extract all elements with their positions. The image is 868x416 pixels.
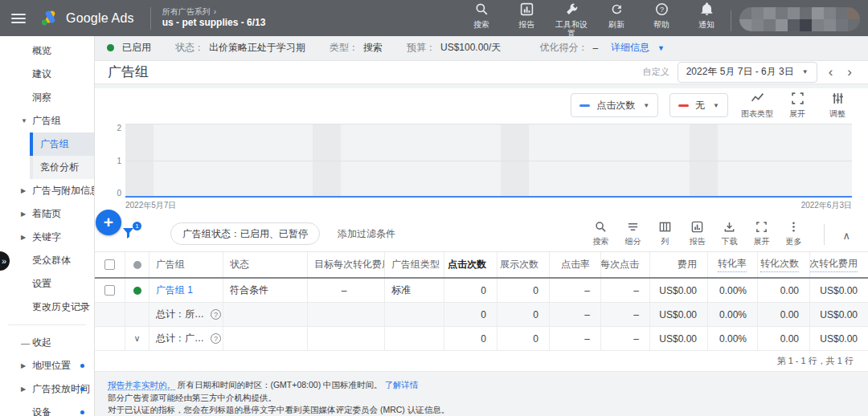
- table-tool-下载[interactable]: 下载: [714, 221, 743, 247]
- topbar-bell-button[interactable]: 通知: [687, 0, 726, 29]
- column-header-ctr[interactable]: 点击率: [550, 252, 601, 277]
- sidebar-item-广告组[interactable]: 广告组: [30, 133, 94, 156]
- date-next-button[interactable]: ›: [844, 64, 855, 80]
- chevron-down-icon: ▼: [21, 117, 27, 124]
- adgroup-link[interactable]: 广告组 1: [156, 283, 193, 297]
- left-sidebar: 概览建议洞察▼广告组广告组竞价分析▶广告与附加信息▶着陆页▶关键字受众群体设置更…: [0, 36, 95, 416]
- avg_cpc-cell: –: [601, 327, 650, 350]
- help-icon[interactable]: ?: [211, 333, 221, 344]
- sidebar-item-关键字[interactable]: ▶关键字: [0, 226, 94, 249]
- cost-cell: US$0.00: [650, 327, 708, 350]
- chart-tool-图表类型[interactable]: 图表类型: [739, 92, 775, 120]
- topbar-refresh-button[interactable]: 刷新: [597, 0, 636, 29]
- learn-more-link[interactable]: 了解详情: [385, 380, 419, 389]
- sidebar-item-建议[interactable]: 建议: [0, 63, 94, 86]
- breadcrumb-all-campaigns[interactable]: 所有广告系列 ›: [162, 7, 266, 18]
- chart-tool-调整[interactable]: 调整: [820, 92, 855, 120]
- topbar-divider: [731, 10, 731, 31]
- expand-icon: [755, 221, 768, 235]
- topbar-search-button[interactable]: 搜索: [462, 0, 501, 29]
- table-tool-搜索[interactable]: 搜索: [586, 221, 615, 247]
- sidebar-item-收起[interactable]: —收起: [0, 331, 94, 354]
- column-header-avg_cpc[interactable]: 平均每次点击: [601, 252, 650, 277]
- status-dot-header-cell: [125, 252, 149, 277]
- chart-metric2-dropdown[interactable]: 无 ▼: [669, 93, 728, 117]
- date-prev-button[interactable]: ‹: [825, 64, 837, 80]
- topbar-help-button[interactable]: ?帮助: [642, 0, 681, 29]
- empty-cell: [95, 327, 125, 350]
- column-header-target[interactable]: 目标每次转化费用: [308, 252, 385, 277]
- add-adgroup-fab-button[interactable]: +: [96, 210, 121, 235]
- sidebar-item-更改历史记录[interactable]: 更改历史记录: [0, 296, 94, 319]
- status-dot-icon: [133, 261, 141, 269]
- top-app-bar: Google Ads 所有广告系列 › us - pet supplies - …: [0, 0, 868, 36]
- help-icon[interactable]: ?: [211, 309, 221, 320]
- topbar-report-button[interactable]: 报告: [507, 0, 546, 29]
- column-header-conversions[interactable]: 转化次数: [758, 252, 810, 277]
- column-header-type[interactable]: 广告组类型: [385, 252, 444, 277]
- conv_rate-cell: 0.00%: [708, 327, 758, 350]
- filter-funnel-icon[interactable]: 1: [121, 225, 138, 243]
- column-header-name[interactable]: 广告组: [149, 252, 223, 277]
- sidebar-item-竞价分析[interactable]: 竞价分析: [30, 156, 94, 179]
- column-header-clicks[interactable]: ↓点击次数: [444, 252, 497, 277]
- sidebar-item-广告投放时间[interactable]: ▶广告投放时间: [0, 377, 94, 401]
- chevron-right-icon: ▶: [21, 210, 26, 218]
- sidebar-item-广告与附加信息[interactable]: ▶广告与附加信息: [0, 179, 94, 202]
- chevron-right-icon: ▶: [21, 187, 26, 194]
- x-axis-end-label: 2022年6月3日: [801, 200, 852, 211]
- column-header-cost[interactable]: 费用: [650, 252, 708, 277]
- sidebar-item-地理位置[interactable]: ▶地理位置: [0, 354, 94, 377]
- ctr-cell: –: [550, 279, 601, 302]
- table-tool-报告[interactable]: 报告: [682, 221, 711, 247]
- chart-tool-展开[interactable]: 展开: [780, 92, 815, 120]
- chart-y-axis: 210: [100, 124, 125, 198]
- x-axis-start-label: 2022年5月7日: [125, 200, 176, 211]
- metric2-color-dash-icon: [678, 104, 689, 107]
- avg_cpc-cell: –: [601, 279, 650, 302]
- collapse-table-chevron-up-icon[interactable]: ∧: [841, 226, 857, 242]
- add-filter-button[interactable]: 添加过滤条件: [338, 227, 395, 241]
- status-filter-chip[interactable]: 广告组状态：已启用、已暂停: [170, 222, 320, 245]
- sidebar-item-着陆页[interactable]: ▶着陆页: [0, 202, 94, 226]
- table-tool-列[interactable]: 列: [650, 221, 679, 247]
- chart-metric1-dropdown[interactable]: 点击次数 ▼: [571, 93, 658, 117]
- column-header-status[interactable]: 状态: [223, 252, 308, 277]
- sidebar-item-设备[interactable]: 设备: [0, 401, 94, 416]
- sidebar-item-受众群体[interactable]: 受众群体: [0, 249, 94, 272]
- sidebar-item-洞察[interactable]: 洞察: [0, 86, 94, 109]
- column-header-impressions[interactable]: 展示次数: [497, 252, 550, 277]
- table-tool-更多[interactable]: 更多: [779, 221, 808, 247]
- refresh-icon: [610, 2, 624, 18]
- menu-icon[interactable]: [11, 14, 26, 23]
- conversions-cell: 0.00: [758, 279, 810, 302]
- budget-value: US$100.00/天: [440, 41, 501, 55]
- type-label: 类型：: [330, 41, 358, 55]
- details-chevron-down-icon[interactable]: ▼: [657, 44, 665, 52]
- total-label-cell: 总计：广…?: [149, 327, 223, 350]
- row-checkbox[interactable]: [104, 285, 115, 296]
- google-ads-logo[interactable]: Google Ads: [40, 10, 134, 27]
- sidebar-item-label: 收起: [32, 336, 51, 349]
- sidebar-item-概览[interactable]: 概览: [0, 39, 94, 63]
- not-realtime-link[interactable]: 报告并非实时的。: [108, 380, 175, 390]
- table-pagination: 第 1 - 1 行，共 1 行: [95, 351, 868, 372]
- column-header-cost_per_conv[interactable]: 每次转化费用: [810, 252, 868, 277]
- select-all-checkbox[interactable]: [104, 259, 115, 270]
- sidebar-item-label: 关键字: [32, 230, 61, 244]
- enabled-dot-icon: [133, 287, 141, 295]
- date-range-picker[interactable]: 2022年 5月 7日 - 6月 3日 ▼: [678, 62, 817, 83]
- status-cell: 符合条件: [223, 279, 308, 302]
- details-link[interactable]: 详细信息: [611, 41, 649, 55]
- table-tool-展开[interactable]: 展开: [747, 221, 776, 247]
- account-info-redacted[interactable]: [739, 7, 860, 31]
- sidebar-item-设置[interactable]: 设置: [0, 272, 94, 296]
- conversions-cell: 0.00: [758, 327, 810, 350]
- date-custom-label: 自定义: [643, 66, 669, 78]
- topbar-wrench-button[interactable]: 工具和设置: [552, 0, 591, 37]
- sidebar-item-广告组[interactable]: ▼广告组: [0, 109, 94, 133]
- breadcrumb-current-campaign[interactable]: us - pet supplies - 6/13: [162, 17, 266, 29]
- table-tool-细分[interactable]: 细分: [618, 221, 647, 247]
- column-header-conv_rate[interactable]: 转化率: [708, 252, 758, 277]
- chevron-down-icon[interactable]: ∨: [133, 333, 140, 344]
